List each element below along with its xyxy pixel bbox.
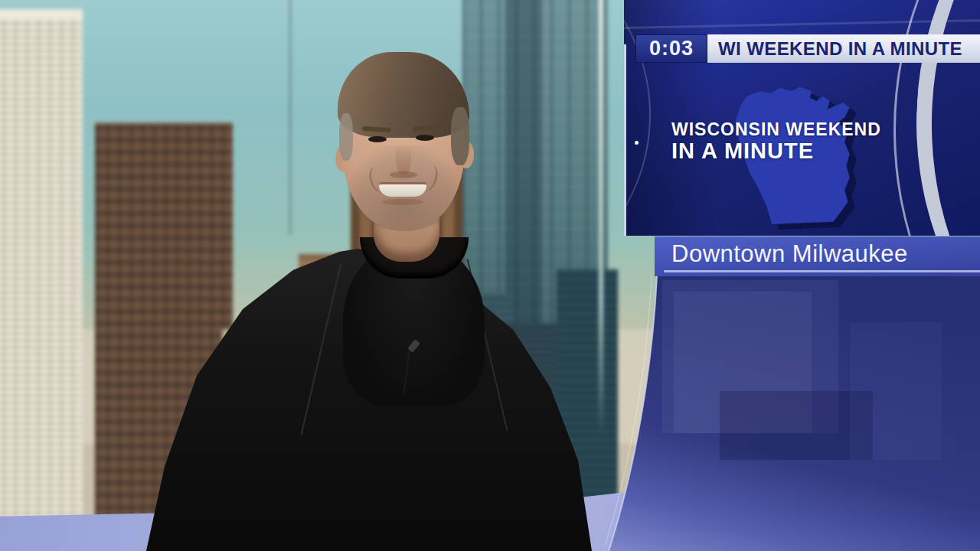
- eye: [368, 136, 387, 142]
- lower-lip-shadow: [382, 199, 423, 205]
- broadcast-frame: WISCONSIN WEEKEND IN A MINUTE 0:03 WI WE…: [0, 0, 980, 551]
- gray-temple: [451, 107, 469, 165]
- show-title: WISCONSIN WEEKEND IN A MINUTE: [671, 119, 881, 162]
- card-left-border: [624, 44, 626, 236]
- location-label: Downtown Milwaukee: [671, 240, 908, 268]
- eye: [416, 135, 434, 141]
- countdown-banner-row: 0:03 WI WEEKEND IN A MINUTE: [635, 34, 980, 63]
- show-title-card: WISCONSIN WEEKEND IN A MINUTE 0:03 WI WE…: [624, 0, 980, 236]
- accent-dot: [635, 141, 639, 145]
- gray-temple: [339, 113, 353, 161]
- anchor-hair: [338, 52, 469, 138]
- location-bar: Downtown Milwaukee: [655, 236, 980, 276]
- location-underline: [664, 270, 980, 272]
- smiling-mouth: [379, 182, 426, 197]
- show-title-line2: IN A MINUTE: [671, 139, 881, 162]
- show-title-line1: WISCONSIN WEEKEND: [671, 119, 881, 139]
- nose-shadow: [390, 171, 417, 178]
- nose: [396, 136, 411, 174]
- countdown-timer: 0:03: [635, 34, 707, 63]
- segment-banner: WI WEEKEND IN A MINUTE: [707, 34, 980, 63]
- side-graphic-panel: [605, 276, 980, 551]
- anchor-head: [338, 52, 469, 236]
